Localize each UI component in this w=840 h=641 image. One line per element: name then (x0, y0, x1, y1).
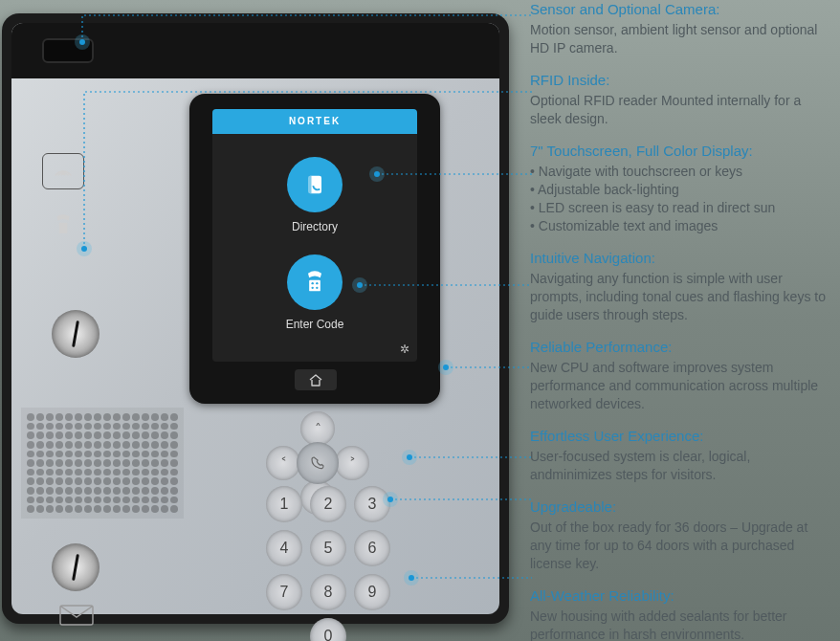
callout-body: Motion sensor, ambient light sensor and … (530, 21, 832, 57)
key-9[interactable]: 9 (354, 574, 390, 610)
svg-rect-3 (309, 280, 321, 292)
directory-app-label: Directory (292, 220, 338, 233)
callout-ux: Effortless User Experience: User-focused… (530, 427, 832, 484)
key-7[interactable]: 7 (266, 574, 302, 610)
callout-body: Optional RFID reader Mounted internally … (530, 92, 832, 128)
callout-title: All-Weather Reliability: (530, 586, 832, 606)
settings-gear-icon[interactable]: ✲ (400, 343, 409, 356)
intercom-device: NORTEK Directory Enter Code ✲ ˄ ˅ ˂ ˃ (2, 10, 519, 631)
callout-performance: Reliable Performance: New CPU and softwa… (530, 338, 832, 413)
directory-app-icon[interactable] (287, 157, 343, 212)
svg-point-7 (316, 287, 318, 289)
keyhole-upper[interactable] (52, 310, 99, 358)
dpad-right[interactable]: ˃ (335, 446, 369, 480)
feature-callouts: Sensor and Optional Camera: Motion senso… (519, 0, 840, 641)
svg-point-6 (312, 287, 314, 289)
dpad-select[interactable] (297, 442, 339, 484)
key-4[interactable]: 4 (266, 530, 302, 566)
bullet: LED screen is easy to read in direct sun (530, 199, 832, 217)
callout-body: New housing with added sealants for bett… (530, 608, 832, 641)
numeric-keypad: 1 2 3 4 5 6 7 8 9 0 (266, 486, 390, 641)
svg-point-5 (316, 282, 318, 284)
bullet: Adjustable back-lighting (530, 181, 832, 199)
sensor-camera-slot (42, 38, 94, 63)
callout-title: 7" Touchscreen, Full Color Display: (530, 142, 832, 161)
callout-touchscreen: 7" Touchscreen, Full Color Display: Navi… (530, 142, 832, 235)
key-0[interactable]: 0 (310, 618, 346, 641)
svg-rect-2 (308, 176, 312, 194)
key-6[interactable]: 6 (354, 530, 390, 566)
touchscreen[interactable]: NORTEK Directory Enter Code ✲ (212, 109, 417, 362)
dpad-up[interactable]: ˄ (300, 411, 335, 446)
callout-title: Upgradeable: (530, 497, 832, 517)
key-2[interactable]: 2 (310, 486, 346, 522)
entercode-app-icon[interactable] (287, 254, 343, 310)
key-5[interactable]: 5 (310, 530, 346, 566)
callout-body: User-focused system is clear, logical, a… (530, 448, 832, 484)
svg-point-4 (312, 282, 314, 284)
key-3[interactable]: 3 (354, 486, 390, 522)
screen-brand-header: NORTEK (212, 109, 417, 134)
speaker-grille (21, 408, 184, 519)
key-1[interactable]: 1 (266, 486, 302, 522)
callout-body: New CPU and software improves system per… (530, 359, 832, 413)
key-8[interactable]: 8 (310, 574, 346, 610)
mail-icon (59, 605, 94, 626)
callout-body: Navigating any function is simple with u… (530, 270, 832, 324)
callout-rfid: RFID Inside: Optional RFID reader Mounte… (530, 71, 832, 128)
rfid-icon (42, 153, 84, 189)
callout-title: Reliable Performance: (530, 338, 832, 357)
callout-sensor: Sensor and Optional Camera: Motion senso… (530, 0, 832, 57)
callout-bullets: Navigate with touchscreen or keys Adjust… (530, 163, 832, 235)
callout-navigation: Intuitive Navigation: Navigating any fun… (530, 249, 832, 324)
callout-title: RFID Inside: (530, 71, 832, 90)
callout-upgradeable: Upgradeable: Out of the box ready for 36… (530, 497, 832, 573)
home-button[interactable] (295, 369, 337, 390)
callout-body: Out of the box ready for 36 doors – Upgr… (530, 519, 832, 573)
bullet: Navigate with touchscreen or keys (530, 163, 832, 181)
callout-title: Sensor and Optional Camera: (530, 0, 832, 19)
handset-icon (42, 207, 84, 243)
dpad-left[interactable]: ˂ (266, 446, 300, 480)
entercode-app-label: Enter Code (286, 318, 344, 331)
callout-title: Intuitive Navigation: (530, 249, 832, 268)
keyhole-lower[interactable] (52, 543, 99, 591)
bullet: Customizable text and images (530, 217, 832, 235)
callout-weather: All-Weather Reliability: New housing wit… (530, 586, 832, 641)
callout-title: Effortless User Experience: (530, 427, 832, 446)
